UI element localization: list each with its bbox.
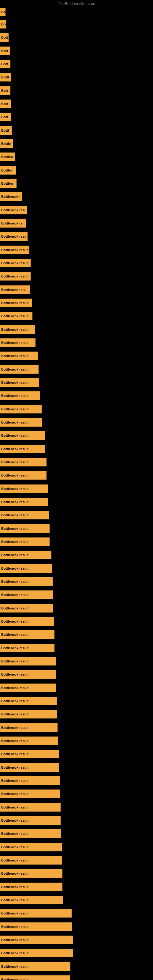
bar-item-25: Bottleneck result bbox=[0, 325, 35, 334]
bar-label-5: Bott bbox=[1, 62, 8, 66]
bar-item-67: Bottleneck result bbox=[0, 883, 62, 891]
bar-item-72: Bottleneck result bbox=[0, 949, 73, 957]
bar-label-34: Bottleneck result bbox=[1, 447, 29, 451]
bar-item-29: Bottleneck result bbox=[0, 378, 39, 387]
bar-item-64: Bottleneck result bbox=[0, 843, 62, 851]
bar-item-24: Bottleneck result bbox=[0, 312, 32, 320]
bar-label-36: Bottleneck result bbox=[1, 474, 29, 477]
bar-label-62: Bottleneck result bbox=[1, 819, 29, 822]
bar-item-20: Bottleneck result bbox=[0, 259, 30, 267]
bar-item-8: Bott bbox=[0, 100, 11, 108]
bar-item-57: Bottleneck result bbox=[0, 750, 59, 758]
bar-label-32: Bottleneck result bbox=[1, 420, 29, 424]
bar-label-27: Bottleneck result bbox=[1, 354, 29, 358]
bar-label-49: Bottleneck result bbox=[1, 646, 29, 650]
bar-item-59: Bottleneck result bbox=[0, 776, 60, 785]
bar-label-41: Bottleneck result bbox=[1, 540, 29, 544]
bar-label-15: Bottleneck r bbox=[1, 195, 21, 199]
bar-item-49: Bottleneck result bbox=[0, 644, 54, 652]
bar-item-55: Bottleneck result bbox=[0, 723, 57, 732]
bar-item-46: Bottleneck result bbox=[0, 604, 53, 612]
bar-label-68: Bottleneck result bbox=[1, 898, 29, 902]
bar-label-67: Bottleneck result bbox=[1, 885, 29, 889]
bar-label-4: Bott bbox=[1, 49, 8, 52]
bar-item-69: Bottleneck result bbox=[0, 909, 72, 918]
bar-item-31: Bottleneck result bbox=[0, 405, 41, 414]
bar-label-44: Bottleneck result bbox=[1, 580, 29, 584]
bar-item-6: Bottl bbox=[0, 73, 11, 81]
bar-item-47: Bottleneck result bbox=[0, 617, 54, 626]
bar-item-50: Bottleneck result bbox=[0, 657, 56, 665]
bar-label-54: Bottleneck result bbox=[1, 712, 29, 716]
bar-item-41: Bottleneck result bbox=[0, 538, 49, 546]
bar-label-13: Bottler bbox=[1, 169, 12, 172]
bar-label-51: Bottleneck result bbox=[1, 673, 29, 676]
bar-label-72: Bottleneck result bbox=[1, 951, 29, 955]
bar-label-60: Bottleneck result bbox=[1, 792, 29, 795]
bar-label-42: Bottleneck result bbox=[1, 553, 29, 557]
bar-label-25: Bottleneck result bbox=[1, 328, 29, 331]
bar-label-38: Bottleneck result bbox=[1, 500, 29, 504]
bar-item-12: Bottlen bbox=[0, 153, 15, 161]
bar-label-17: Bottleneck re bbox=[1, 221, 22, 225]
bar-label-69: Bottleneck result bbox=[1, 912, 29, 915]
bar-item-27: Bottleneck result bbox=[0, 352, 38, 360]
bar-item-18: Bottleneck result bbox=[0, 232, 27, 241]
bar-item-73: Bottleneck result bbox=[0, 962, 70, 971]
bar-label-14: Bottlen bbox=[1, 181, 13, 185]
bar-item-60: Bottleneck result bbox=[0, 789, 60, 798]
bar-item-36: Bottleneck result bbox=[0, 471, 46, 480]
bar-label-19: Bottleneck result bbox=[1, 248, 29, 252]
bar-label-37: Bottleneck result bbox=[1, 487, 29, 491]
bar-label-73: Bottleneck result bbox=[1, 965, 29, 968]
bar-item-28: Bottleneck result bbox=[0, 365, 38, 374]
bar-item-5: Bott bbox=[0, 60, 10, 68]
bar-label-47: Bottleneck result bbox=[1, 620, 29, 623]
bar-item-11: Bottle bbox=[0, 139, 13, 148]
bar-label-9: Bott bbox=[1, 115, 8, 119]
bar-item-9: Bott bbox=[0, 113, 11, 121]
bar-item-13: Bottler bbox=[0, 166, 16, 175]
bar-label-18: Bottleneck result bbox=[1, 235, 27, 238]
bar-label-26: Bottleneck result bbox=[1, 341, 29, 345]
bar-item-26: Bottleneck result bbox=[0, 339, 35, 347]
bar-item-63: Bottleneck result bbox=[0, 829, 61, 838]
bar-item-58: Bottleneck result bbox=[0, 763, 59, 772]
bar-label-58: Bottleneck result bbox=[1, 766, 29, 769]
bar-item-15: Bottleneck r bbox=[0, 192, 22, 201]
bar-label-30: Bottleneck result bbox=[1, 394, 29, 398]
bar-item-66: Bottleneck result bbox=[0, 869, 62, 878]
bar-label-61: Bottleneck result bbox=[1, 805, 29, 809]
bar-item-38: Bottleneck result bbox=[0, 498, 48, 506]
bar-item-71: Bottleneck result bbox=[0, 935, 73, 944]
bar-label-12: Bottlen bbox=[1, 155, 13, 159]
bar-item-43: Bottleneck result bbox=[0, 564, 52, 573]
bar-label-8: Bott bbox=[1, 102, 8, 106]
bar-label-59: Bottleneck result bbox=[1, 779, 29, 783]
bar-item-52: Bottleneck result bbox=[0, 684, 56, 692]
bar-label-29: Bottleneck result bbox=[1, 381, 29, 384]
bar-label-53: Bottleneck result bbox=[1, 699, 29, 703]
bar-label-63: Bottleneck result bbox=[1, 832, 29, 835]
bar-label-16: Bottleneck resu bbox=[1, 208, 27, 212]
bar-item-34: Bottleneck result bbox=[0, 445, 45, 453]
bar-item-30: Bottleneck result bbox=[0, 391, 40, 400]
bar-label-45: Bottleneck result bbox=[1, 593, 29, 597]
bar-item-39: Bottleneck result bbox=[0, 511, 49, 519]
bar-label-56: Bottleneck result bbox=[1, 739, 29, 743]
bar-label-33: Bottleneck result bbox=[1, 434, 29, 438]
bar-item-19: Bottleneck result bbox=[0, 246, 29, 254]
bar-item-74: Bottleneck result bbox=[0, 975, 70, 980]
bar-label-52: Bottleneck result bbox=[1, 686, 29, 690]
bar-label-71: Bottleneck result bbox=[1, 938, 29, 942]
bar-item-4: Bott bbox=[0, 46, 10, 55]
bar-item-45: Bottleneck result bbox=[0, 590, 53, 599]
bar-item-37: Bottleneck result bbox=[0, 485, 48, 493]
bar-item-62: Bottleneck result bbox=[0, 816, 61, 825]
bar-item-40: Bottleneck result bbox=[0, 524, 49, 533]
bar-item-56: Bottleneck result bbox=[0, 737, 58, 745]
bar-item-48: Bottleneck result bbox=[0, 630, 54, 639]
bar-label-55: Bottleneck result bbox=[1, 726, 29, 730]
bar-label-40: Bottleneck result bbox=[1, 527, 29, 530]
bar-item-1: Bo bbox=[0, 8, 5, 16]
